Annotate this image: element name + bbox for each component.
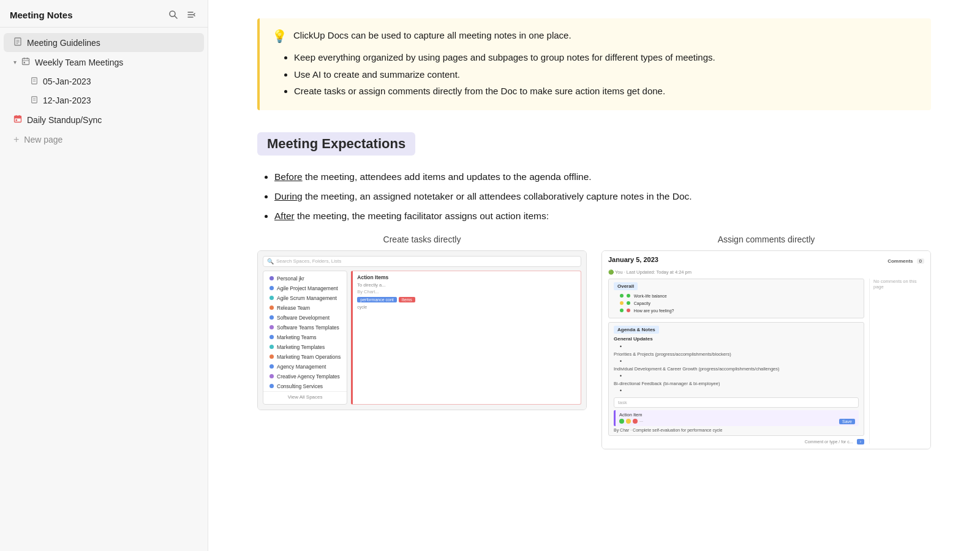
sidebar-item-label: 05-Jan-2023 [43,77,194,86]
svg-line-1 [175,16,177,18]
sidebar-item-weekly-team-meetings[interactable]: ▾ Weekly Team Meetings [4,53,204,72]
sidebar-item-12-jan-2023[interactable]: 12-Jan-2023 [4,91,204,110]
mock-task-actions: performance cont Items [357,297,576,302]
mock-layout: Personal jkr Agile Project Management Ag… [263,271,581,405]
mock-comment-input-area: task [614,397,859,408]
sidebar-item-meeting-guidelines[interactable]: Meeting Guidelines [4,33,204,52]
sub-page-icon [31,77,38,86]
mock-individual-label: Individual Development & Career Growth (… [614,366,859,372]
mock-overall-section: Overall Work-life balance Capacity [608,279,864,318]
mock-ind-bullet: • [620,373,859,379]
svg-rect-23 [15,116,21,119]
mock-menu-marketing-ops: Marketing Team Operations [263,352,347,362]
mock-menu-software-dev: Software Development [263,313,347,323]
svg-rect-14 [32,77,37,83]
calendar-red-icon [13,114,22,125]
sidebar-item-label: Daily Standup/Sync [27,115,194,125]
mock-capacity: Capacity [620,300,859,306]
mock-action-item-label: Action Item [619,412,643,418]
mock-yellow-circle [626,419,631,424]
mock-menu-creative: Creative Agency Templates [263,372,347,381]
lightbulb-icon: 💡 [272,29,287,43]
mock-send-btn: › [857,439,864,444]
mock-by-char: By Char · Complete self-evaluation for p… [614,428,859,432]
calendar-icon [21,57,30,67]
green-dot4 [620,309,624,312]
red-dot [627,309,630,312]
mock-task-sub2: By Chart... [357,289,576,294]
mock-feeling: How are you feeling? [620,307,859,313]
mock-menu-software-teams: Software Teams Templates [263,323,347,332]
after-text: the meeting, the meeting facilitator ass… [297,211,549,221]
sidebar-item-label: Meeting Guidelines [27,38,194,48]
mock-agenda-section: Agenda & Notes General Updates • Priorit… [608,322,864,436]
sidebar-item-new-page[interactable]: + New page [4,130,204,149]
mock-action-icons: ··· Save [619,419,855,424]
mock-comments-screenshot: January 5, 2023 Comments 0 🟢 You · Last … [602,251,930,449]
sidebar-item-05-jan-2023[interactable]: 05-Jan-2023 [4,72,204,91]
mock-agenda-title: Agenda & Notes [614,326,659,334]
mock-menu-personal: Personal jkr [263,274,347,283]
mock-task-panel: Action Items To directly a... By Chart..… [351,271,581,405]
callout-bullets: Keep everything organized by using pages… [272,50,919,99]
sidebar-item-daily-standup[interactable]: Daily Standup/Sync [4,110,204,129]
during-link: During [274,191,303,201]
callout-box: 💡 ClickUp Docs can be used to capture al… [257,18,931,110]
mock-menu-marketing: Marketing Teams [263,332,347,342]
mock-comments-count: 0 [917,258,924,264]
during-text: the meeting, an assigned notetaker or al… [305,191,692,201]
mock-task-sub1: To directly a... [357,282,576,288]
mock-action-item-bar: Action Item ··· Save [614,410,859,426]
after-link: After [274,211,295,221]
screenshot-label-comments: Assign comments directly [718,234,815,244]
svg-rect-13 [24,62,26,64]
mock-pri-bullet: • [620,358,859,364]
green-dot3 [627,301,630,305]
mock-menu-consulting: Consulting Services [263,381,347,391]
mock-right-actions: Comments 0 [888,258,924,264]
sidebar-title: Meeting Notes [10,10,73,20]
collapse-icon [187,10,197,20]
mock-menu-agile: Agile Project Management [263,283,347,293]
before-text: the meeting, attendees add items and upd… [305,171,592,182]
screenshot-frame-comments: January 5, 2023 Comments 0 🟢 You · Last … [601,250,931,449]
expectations-bullets: Before the meeting, attendees add items … [257,169,931,225]
mock-items-tag: Items [399,297,415,302]
mock-gen-bullet: • [620,343,859,350]
page-icon [13,37,22,48]
mock-date: January 5, 2023 [608,256,658,263]
sidebar-toolbar [167,9,198,21]
mock-comment-placeholder: Comment or type / for c... [805,440,853,444]
mock-green-circle [619,419,624,424]
sidebar: Meeting Notes [0,0,208,551]
collapse-sidebar-button[interactable] [186,9,198,21]
sidebar-header: Meeting Notes [0,0,208,28]
mock-save-btn: Save [839,419,855,424]
svg-rect-17 [32,96,37,102]
sidebar-item-label: New page [24,135,194,144]
mock-worklife: Work-life balance [620,293,859,299]
mock-bi-bullet: • [620,388,859,394]
callout-bullet-3: Create tasks or assign comments directly… [294,83,919,99]
plus-icon: + [13,134,19,145]
mock-menu-marketing-templates: Marketing Templates [263,342,347,352]
svg-rect-9 [23,59,29,65]
screenshot-label-tasks: Create tasks directly [383,234,461,244]
mock-menu-agency: Agency Management [263,362,347,372]
green-dot [620,294,624,298]
search-icon [168,10,178,20]
mock-priorities-label: Priorities & Projects (progress/accompli… [614,351,859,357]
before-link: Before [274,171,303,182]
mock-overall-title: Overall [614,282,638,290]
mock-general-updates: General Updates [614,336,859,342]
sub-page-icon [31,96,38,105]
mock-task-area: Action Items To directly a... By Chart..… [351,271,581,405]
yellow-dot [620,301,624,305]
mock-bidirectional-label: Bi-directional Feedback (bi-manager & bi… [614,381,859,386]
screenshot-row: Create tasks directly 🔍 Search Spaces, F… [257,234,931,449]
search-button[interactable] [167,9,179,21]
sidebar-nav: Meeting Guidelines ▾ Weekly Team Meeting… [0,28,208,551]
mock-performance-tag: performance cont [357,297,396,302]
mock-search-bar: 🔍 Search Spaces, Folders, Lists [263,256,581,267]
mock-task-screenshot: 🔍 Search Spaces, Folders, Lists Personal… [258,251,586,410]
